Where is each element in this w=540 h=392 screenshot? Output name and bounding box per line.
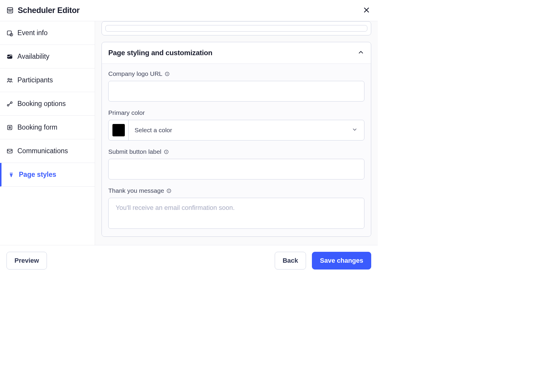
color-swatch-box [109,120,129,140]
info-icon[interactable] [166,188,171,193]
info-icon[interactable] [165,71,170,76]
svg-point-2 [9,11,9,11]
calendar-icon [6,6,14,15]
sidebar: Event info Availability [0,21,95,245]
sidebar-item-page-styles[interactable]: Page styles [0,163,95,187]
close-button[interactable] [362,5,371,16]
preview-button[interactable]: Preview [6,252,47,270]
primary-color-label: Primary color [108,109,145,116]
sidebar-item-availability[interactable]: Availability [0,45,95,68]
company-logo-label: Company logo URL [108,70,162,77]
svg-rect-7 [7,31,12,35]
submit-button-label: Submit button label [108,148,161,155]
previous-card-partial [102,21,371,35]
svg-point-4 [11,11,12,11]
app-header: Scheduler Editor [0,0,378,21]
sidebar-item-label: Event info [17,29,48,37]
booking-form-icon [6,124,13,131]
sidebar-item-label: Page styles [19,171,56,179]
thank-you-textarea[interactable] [108,198,364,229]
sidebar-item-label: Communications [17,147,68,155]
sidebar-item-label: Availability [17,53,49,61]
color-swatch [112,124,125,136]
sidebar-item-booking-form[interactable]: Booking form [0,116,95,139]
card-header-toggle[interactable]: Page styling and customization [102,42,371,64]
availability-icon [6,53,13,60]
sidebar-item-communications[interactable]: Communications [0,139,95,163]
info-icon[interactable] [164,149,169,154]
booking-options-icon [6,101,13,107]
sidebar-item-label: Booking form [17,123,58,131]
card-title: Page styling and customization [108,49,212,57]
svg-point-3 [10,11,10,11]
sidebar-item-label: Booking options [17,100,66,108]
company-logo-input[interactable] [108,81,364,102]
svg-point-13 [10,79,12,80]
color-select-text: Select a color [129,127,345,134]
save-button[interactable]: Save changes [312,252,371,270]
submit-button-input[interactable] [108,159,364,179]
footer: Preview Back Save changes [0,245,378,276]
content-area: Page styling and customization Company l… [95,21,378,245]
sidebar-item-label: Participants [17,76,53,84]
svg-point-12 [8,78,9,80]
close-icon [363,10,370,14]
sidebar-item-booking-options[interactable]: Booking options [0,92,95,116]
back-button[interactable]: Back [275,252,306,270]
svg-point-15 [11,102,12,103]
page-title: Scheduler Editor [18,6,80,15]
sidebar-item-participants[interactable]: Participants [0,68,95,92]
chevron-down-icon [345,127,364,134]
event-info-icon [6,30,13,36]
chevron-up-icon [357,49,364,57]
sidebar-item-event-info[interactable]: Event info [0,21,95,45]
svg-point-14 [7,104,9,106]
communications-icon [6,148,13,154]
page-styling-card: Page styling and customization Company l… [102,42,371,237]
primary-color-select[interactable]: Select a color [108,120,364,141]
page-styles-icon [8,172,14,178]
participants-icon [6,77,13,84]
thank-you-label: Thank you message [108,187,164,194]
